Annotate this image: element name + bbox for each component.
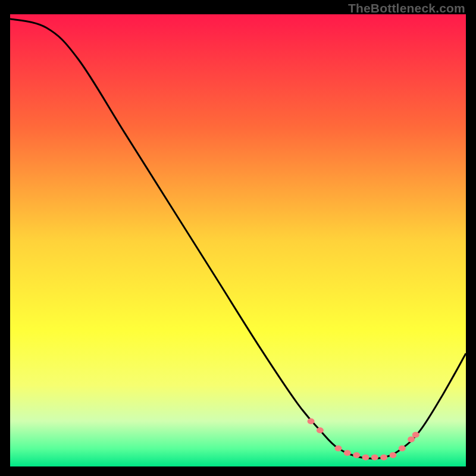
data-marker (317, 427, 324, 433)
data-marker (353, 452, 360, 458)
data-markers (308, 418, 419, 461)
data-marker (399, 446, 406, 452)
watermark-label: TheBottleneck.com (348, 1, 465, 15)
data-marker (408, 436, 415, 442)
data-marker (335, 446, 342, 452)
data-marker (371, 455, 378, 461)
bottleneck-curve (10, 19, 466, 459)
curve-layer (10, 14, 466, 466)
data-marker (344, 450, 351, 456)
chart-container: TheBottleneck.com (0, 0, 476, 476)
data-marker (389, 452, 396, 458)
plot-area (10, 14, 466, 466)
data-marker (308, 418, 315, 424)
data-marker (362, 455, 369, 461)
data-marker (380, 455, 387, 461)
data-marker (412, 432, 419, 438)
